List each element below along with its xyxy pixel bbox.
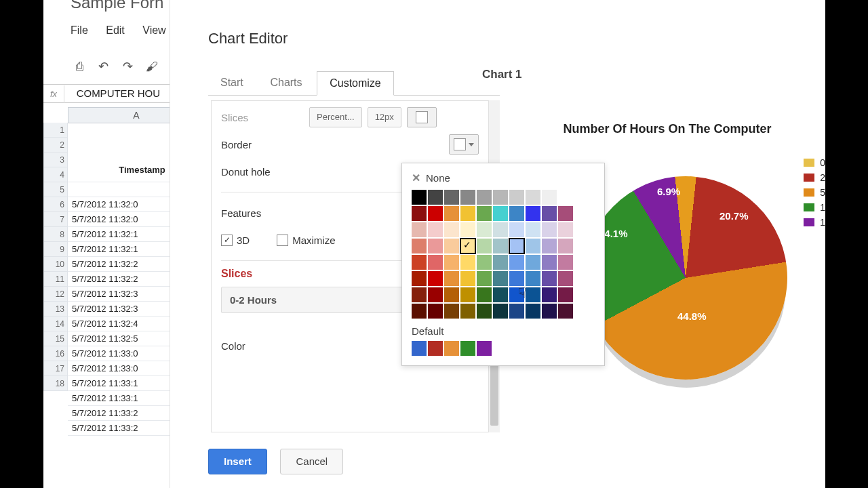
default-color-swatch[interactable] <box>428 341 443 356</box>
slice-label-mode-dropdown[interactable]: Percent... <box>309 107 362 127</box>
slice-font-size-dropdown[interactable]: 12px <box>368 107 401 127</box>
color-swatch[interactable] <box>460 287 475 302</box>
tab-start[interactable]: Start <box>208 71 256 94</box>
color-swatch[interactable] <box>477 222 492 237</box>
row-header[interactable]: 6 <box>43 197 68 212</box>
color-swatch[interactable] <box>526 190 540 205</box>
color-swatch[interactable] <box>542 206 557 221</box>
color-swatch[interactable] <box>444 206 459 221</box>
color-swatch[interactable] <box>509 222 524 237</box>
color-swatch[interactable] <box>460 206 475 221</box>
document-title[interactable]: Sample Forn <box>71 0 163 12</box>
color-swatch[interactable] <box>460 255 475 270</box>
row-header[interactable]: 17 <box>43 361 68 376</box>
row-header[interactable]: 8 <box>43 227 68 242</box>
row-header[interactable]: 3 <box>43 152 68 167</box>
color-swatch[interactable] <box>412 190 427 205</box>
color-swatch[interactable] <box>526 304 540 319</box>
color-swatch[interactable] <box>526 222 540 237</box>
tab-charts[interactable]: Charts <box>258 71 314 94</box>
row-header[interactable]: 14 <box>43 317 68 331</box>
color-swatch[interactable] <box>477 239 492 253</box>
color-swatch[interactable] <box>412 222 427 237</box>
color-swatch[interactable] <box>493 190 508 205</box>
row-header[interactable]: 13 <box>43 302 68 317</box>
row-header[interactable]: 12 <box>43 287 68 302</box>
row-header[interactable]: 1 <box>43 123 68 138</box>
color-swatch[interactable] <box>428 287 443 302</box>
color-swatch[interactable] <box>509 271 524 286</box>
color-swatch[interactable] <box>444 304 459 319</box>
color-swatch[interactable] <box>477 287 492 302</box>
color-swatch[interactable] <box>428 190 443 205</box>
color-swatch[interactable] <box>444 239 459 253</box>
color-swatch[interactable] <box>444 190 459 205</box>
color-swatch[interactable] <box>526 271 540 286</box>
fx-value[interactable]: COMPUTER HOU <box>67 85 160 102</box>
color-swatch[interactable] <box>558 271 573 286</box>
slice-font-color-button[interactable] <box>407 107 437 127</box>
color-swatch[interactable] <box>542 271 557 286</box>
color-swatch[interactable] <box>542 190 557 205</box>
row-header[interactable]: 5 <box>43 182 68 197</box>
row-header[interactable]: 7 <box>43 212 68 227</box>
color-swatch[interactable] <box>542 222 557 237</box>
color-none-option[interactable]: ✕ None <box>412 171 595 184</box>
color-swatch[interactable] <box>460 304 475 319</box>
default-color-swatch[interactable] <box>477 341 492 356</box>
color-swatch[interactable] <box>428 255 443 270</box>
color-swatch[interactable] <box>558 239 573 253</box>
row-header[interactable]: 16 <box>43 346 68 361</box>
color-swatch[interactable] <box>509 287 524 302</box>
color-swatch[interactable] <box>526 255 540 270</box>
color-swatch[interactable] <box>526 239 540 253</box>
color-swatch[interactable] <box>428 239 443 253</box>
color-swatch[interactable] <box>428 271 443 286</box>
color-swatch[interactable] <box>509 190 524 205</box>
color-swatch[interactable] <box>493 287 508 302</box>
color-swatch[interactable] <box>412 206 427 221</box>
color-swatch[interactable] <box>460 271 475 286</box>
color-swatch[interactable] <box>493 239 508 253</box>
color-swatch[interactable] <box>526 287 540 302</box>
color-swatch[interactable] <box>558 222 573 237</box>
menu-edit[interactable]: Edit <box>106 24 125 36</box>
color-swatch[interactable] <box>460 239 475 253</box>
color-swatch[interactable] <box>412 239 427 253</box>
color-swatch[interactable] <box>493 304 508 319</box>
default-color-swatch[interactable] <box>412 341 427 356</box>
row-header[interactable]: 18 <box>43 376 68 391</box>
color-swatch[interactable] <box>477 190 492 205</box>
color-swatch[interactable] <box>509 255 524 270</box>
color-swatch[interactable] <box>493 206 508 221</box>
undo-icon[interactable]: ↶ <box>95 58 113 75</box>
row-header[interactable]: 9 <box>43 242 68 257</box>
paint-format-icon[interactable]: 🖌 <box>143 58 161 75</box>
print-icon[interactable]: ⎙ <box>71 58 88 75</box>
default-color-swatch[interactable] <box>460 341 475 356</box>
color-swatch[interactable] <box>460 222 475 237</box>
row-header[interactable]: 2 <box>43 138 68 152</box>
color-swatch[interactable] <box>428 304 443 319</box>
color-swatch[interactable] <box>412 304 427 319</box>
color-swatch[interactable] <box>444 287 459 302</box>
insert-button[interactable]: Insert <box>208 449 267 474</box>
color-swatch[interactable] <box>444 255 459 270</box>
row-header[interactable]: 10 <box>43 257 68 272</box>
color-swatch[interactable] <box>477 271 492 286</box>
default-color-swatch[interactable] <box>444 341 459 356</box>
color-swatch[interactable] <box>542 287 557 302</box>
color-swatch[interactable] <box>509 239 524 253</box>
color-swatch[interactable] <box>558 255 573 270</box>
tab-customize[interactable]: Customize <box>317 71 394 96</box>
color-swatch[interactable] <box>558 304 573 319</box>
cancel-button[interactable]: Cancel <box>280 449 343 474</box>
row-header[interactable]: 11 <box>43 272 68 287</box>
color-swatch[interactable] <box>460 190 475 205</box>
redo-icon[interactable]: ↷ <box>119 58 136 75</box>
color-swatch[interactable] <box>493 255 508 270</box>
feature-maximize-checkbox[interactable]: Maximize <box>277 235 335 246</box>
color-swatch[interactable] <box>428 222 443 237</box>
color-swatch[interactable] <box>493 222 508 237</box>
color-swatch[interactable] <box>509 304 524 319</box>
